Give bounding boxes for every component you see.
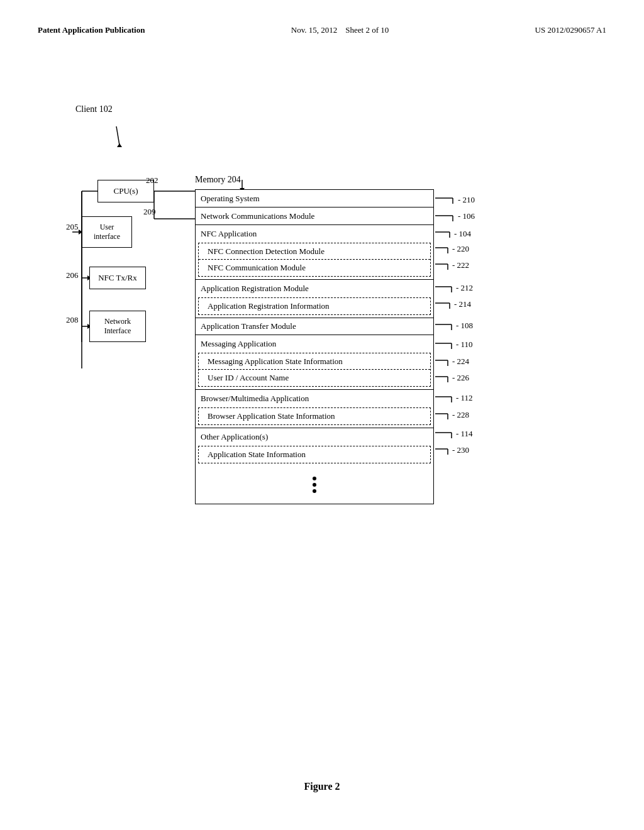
atm-row: Application Transfer Module <box>196 318 433 335</box>
ref-210: - 210 <box>458 195 475 205</box>
label-209: 209 <box>143 207 156 217</box>
nfc-connection-label: NFC Connection Detection Module <box>208 246 325 257</box>
dot-2 <box>313 483 316 487</box>
user-interface-box: Userinterface <box>82 216 132 248</box>
other-state-label: Application State Information <box>208 450 306 460</box>
ref-226: - 226 <box>452 373 469 383</box>
browser-state-label: Browser Application State Information <box>208 411 335 421</box>
network-interface-label: NetworkInterface <box>104 317 131 336</box>
ref-228: - 228 <box>452 410 469 420</box>
messaging-state-label: Messaging Application State Information <box>208 357 343 367</box>
diagram-container: Client 102 CPU(s) 202 209 205 Userinterf… <box>0 54 644 714</box>
ncm-label: Network Communications Module <box>201 211 314 221</box>
client-label: Client 102 <box>75 104 113 114</box>
label-202: 202 <box>146 175 158 185</box>
userid-label: User ID / Account Name <box>208 373 289 383</box>
svg-line-0 <box>116 126 119 145</box>
memory-label: Memory 204 <box>195 175 241 185</box>
nfc-comm-label: NFC Communication Module <box>208 263 306 273</box>
browser-label: Browser/Multimedia Application <box>201 394 309 404</box>
ref-212: - 212 <box>456 283 473 293</box>
date-label: Nov. 15, 2012 <box>291 25 338 35</box>
ref-214: - 214 <box>454 299 471 309</box>
atm-label: Application Transfer Module <box>201 321 296 331</box>
other-app-label: Other Application(s) <box>201 432 268 442</box>
browser-section: Browser/Multimedia Application Browser A… <box>196 389 433 425</box>
messaging-label: Messaging Application <box>201 339 276 349</box>
messaging-section: Messaging Application Messaging Applicat… <box>196 335 433 387</box>
memory-box: Operating System Network Communications … <box>195 189 434 504</box>
dot-1 <box>313 477 316 480</box>
label-206: 206 <box>66 270 79 280</box>
ref-230: - 230 <box>452 445 469 455</box>
nfc-txrx-box: NFC Tx/Rx <box>89 267 146 289</box>
network-interface-box: NetworkInterface <box>89 311 146 342</box>
browser-row: Browser/Multimedia Application <box>196 390 433 407</box>
app-reg-label: Application Registration Module <box>201 284 309 294</box>
ref-222: - 222 <box>452 260 469 270</box>
patent-number-label: US 2012/0290657 A1 <box>535 25 606 35</box>
continuation-dots <box>196 466 433 504</box>
other-section: Other Application(s) Application State I… <box>196 428 433 463</box>
userid-row: User ID / Account Name <box>199 370 430 386</box>
app-reg-section: Application Registration Module Applicat… <box>196 279 433 315</box>
ref-106: - 106 <box>458 211 475 221</box>
browser-state-row: Browser Application State Information <box>199 408 430 424</box>
os-row: Operating System <box>196 190 433 208</box>
dot-3 <box>313 489 316 493</box>
publication-label: Patent Application Publication <box>38 25 145 35</box>
nfc-comm-row: NFC Communication Module <box>199 260 430 276</box>
other-app-row: Other Application(s) <box>196 428 433 446</box>
figure-label: Figure 2 <box>304 781 340 792</box>
date-sheet-label: Nov. 15, 2012 Sheet 2 of 10 <box>291 25 389 35</box>
os-label: Operating System <box>201 194 260 204</box>
app-reg-row: Application Registration Module <box>196 280 433 297</box>
label-205: 205 <box>66 222 79 232</box>
other-state-row: Application State Information <box>199 446 430 463</box>
nfc-app-row: NFC Application <box>196 225 433 243</box>
svg-marker-1 <box>117 143 122 147</box>
app-reg-info-row: Application Registration Information <box>199 298 430 314</box>
ref-104: - 104 <box>454 229 471 239</box>
nfc-txrx-label: NFC Tx/Rx <box>98 273 137 283</box>
messaging-state-row: Messaging Application State Information <box>199 353 430 370</box>
ref-110: - 110 <box>456 340 473 350</box>
cpu-label: CPU(s) <box>113 186 138 196</box>
ref-112: - 112 <box>456 393 473 403</box>
label-208: 208 <box>66 315 79 325</box>
ncm-row: Network Communications Module <box>196 208 433 225</box>
nfc-app-section: NFC Application NFC Connection Detection… <box>196 225 433 277</box>
nfc-connection-row: NFC Connection Detection Module <box>199 243 430 260</box>
messaging-row: Messaging Application <box>196 335 433 353</box>
ref-224: - 224 <box>452 357 469 367</box>
app-reg-info-label: Application Registration Information <box>208 301 330 311</box>
ref-114: - 114 <box>456 429 473 439</box>
sheet-label: Sheet 2 of 10 <box>345 25 389 35</box>
user-interface-label: Userinterface <box>94 223 120 241</box>
nfc-app-label: NFC Application <box>201 229 257 239</box>
ref-220: - 220 <box>452 244 469 254</box>
ref-108: - 108 <box>456 321 473 331</box>
